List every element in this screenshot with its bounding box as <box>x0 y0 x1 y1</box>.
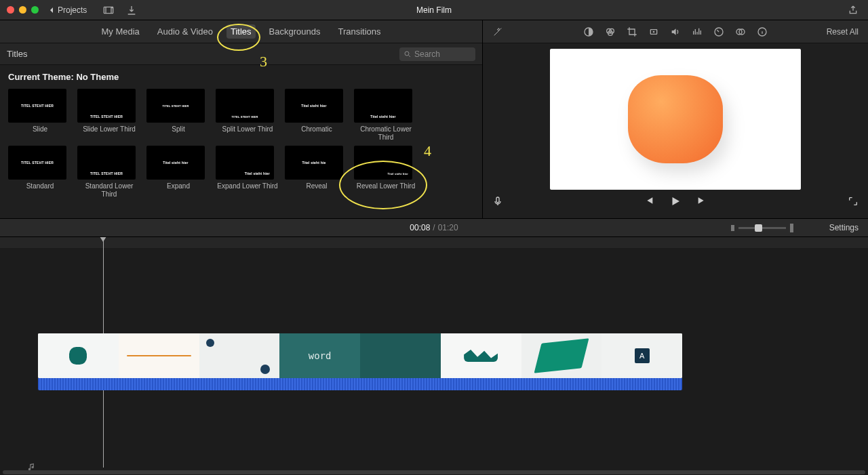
media-import-icon[interactable] <box>103 5 114 16</box>
svg-rect-13 <box>496 197 499 203</box>
clip-frame <box>38 333 119 378</box>
noise-reduction-icon[interactable] <box>692 26 703 37</box>
title-thumb[interactable]: TITEL STEHT HIERSlide <box>8 89 72 140</box>
current-theme-label: Current Theme: No Theme <box>0 65 482 83</box>
viewer-pane: Reset All <box>483 20 868 218</box>
title-thumb-label: Split Lower Third <box>216 125 279 140</box>
magic-wand-icon[interactable] <box>492 26 503 37</box>
title-thumb-label: Slide <box>8 125 72 140</box>
stabilize-icon[interactable] <box>648 26 659 37</box>
speed-icon[interactable] <box>713 26 724 37</box>
clip-frame <box>441 333 521 378</box>
clip-frame <box>601 333 682 378</box>
info-icon[interactable] <box>757 26 768 37</box>
total-time: 01:20 <box>438 223 458 232</box>
clip-frame <box>360 333 441 378</box>
video-clip[interactable]: word <box>38 333 682 378</box>
horizontal-scrollbar[interactable] <box>3 470 865 474</box>
title-thumb[interactable]: TITEL STEHT HIERSlide Lower Third <box>77 89 141 140</box>
title-thumb-label: Split <box>146 125 210 140</box>
clip-frame <box>199 333 280 378</box>
title-thumb[interactable]: Titel steht hieReveal <box>285 146 349 197</box>
title-thumb-label: Standard <box>8 182 72 197</box>
title-thumb-label: Expand Lower Third <box>216 182 279 197</box>
title-thumb[interactable]: Titel steht hierExpand Lower Third <box>216 146 279 197</box>
time-header: 00:08 / 01:20 Settings <box>0 218 868 237</box>
current-time: 00:08 <box>410 223 430 232</box>
clip-frame: word <box>279 333 360 378</box>
title-thumb[interactable]: Titel steht hierChromatic Lower Third <box>354 89 418 140</box>
title-thumb-preview: TITEL STEHT HIER <box>77 89 136 123</box>
timeline[interactable]: word <box>0 237 868 474</box>
annotation-number: 4 <box>424 142 431 160</box>
title-thumb[interactable]: Titel steht hierChromatic <box>285 89 349 140</box>
time-separator: / <box>433 223 435 232</box>
title-thumb-label: Chromatic <box>285 125 349 140</box>
title-thumb-preview: TITEL STEHT HIER <box>216 89 274 123</box>
annotation-circle <box>339 161 427 209</box>
zoom-slider[interactable] <box>731 224 793 232</box>
title-thumb-label: Expand <box>146 182 210 197</box>
preview-viewport <box>550 49 801 190</box>
clip-frame <box>119 333 199 378</box>
back-to-projects-button[interactable]: Projects <box>48 5 87 15</box>
volume-icon[interactable] <box>670 26 681 37</box>
crop-icon[interactable] <box>627 26 637 37</box>
audio-waveform[interactable] <box>38 378 682 390</box>
share-icon[interactable] <box>848 5 859 16</box>
title-thumb[interactable]: TITEL STEHT HIERStandard <box>8 146 72 197</box>
title-thumb[interactable]: TITEL STEHT HIERSplit Lower Third <box>216 89 279 140</box>
title-thumb-preview: Titel steht hier <box>285 89 343 123</box>
title-thumb-preview: Titel steht hier <box>146 146 205 180</box>
tab-transitions[interactable]: Transitions <box>334 24 384 39</box>
search-icon <box>403 50 412 58</box>
window-title: Mein Film <box>416 5 452 15</box>
annotation-circle <box>217 24 260 51</box>
fullscreen-icon[interactable] <box>848 196 859 207</box>
back-label: Projects <box>58 5 87 15</box>
title-thumb[interactable]: Titel steht hierExpand <box>146 146 210 197</box>
svg-point-1 <box>111 6 113 8</box>
minimize-window-button[interactable] <box>19 6 26 14</box>
voiceover-icon[interactable] <box>492 196 503 207</box>
reset-all-button[interactable]: Reset All <box>827 27 859 37</box>
play-button[interactable] <box>669 195 682 207</box>
title-thumb-preview: TITEL STEHT HIER <box>146 89 205 123</box>
title-thumb-label: Standard Lower Third <box>77 182 141 197</box>
clip-frame <box>521 333 602 378</box>
preview-content <box>628 75 723 163</box>
title-thumb-preview: TITEL STEHT HIER <box>8 89 66 123</box>
tab-audio-video[interactable]: Audio & Video <box>153 24 217 39</box>
title-thumb-preview: TITEL STEHT HIER <box>8 146 66 180</box>
timeline-ruler[interactable] <box>0 237 868 248</box>
title-thumb-preview: Titel steht hie <box>285 146 343 180</box>
svg-point-2 <box>405 51 409 56</box>
tab-my-media[interactable]: My Media <box>97 24 143 39</box>
fullscreen-window-button[interactable] <box>31 6 39 14</box>
titlebar: Projects Mein Film <box>0 0 868 20</box>
color-balance-icon[interactable] <box>583 26 594 37</box>
title-thumb-label: Chromatic Lower Third <box>354 125 418 140</box>
next-button[interactable] <box>696 195 707 206</box>
title-thumb-preview: Titel steht hier <box>216 146 274 180</box>
title-thumb-preview: TITEL STEHT HIER <box>77 146 136 180</box>
title-thumb[interactable]: TITEL STEHT HIERSplit <box>146 89 210 140</box>
prev-button[interactable] <box>644 195 654 206</box>
settings-button[interactable]: Settings <box>829 223 859 232</box>
window-controls <box>7 6 39 14</box>
chevron-left-icon <box>48 7 55 14</box>
download-icon[interactable] <box>126 5 137 16</box>
annotation-number: 3 <box>260 53 267 70</box>
title-thumb-preview: Titel steht hier <box>354 89 412 123</box>
svg-point-8 <box>653 30 655 33</box>
title-thumb-label: Slide Lower Third <box>77 125 141 140</box>
panel-title: Titles <box>7 49 28 59</box>
filter-icon[interactable] <box>735 26 746 37</box>
title-thumb[interactable]: TITEL STEHT HIERStandard Lower Third <box>77 146 141 197</box>
color-correction-icon[interactable] <box>605 26 616 37</box>
close-window-button[interactable] <box>7 6 14 14</box>
tab-backgrounds[interactable]: Backgrounds <box>265 24 325 39</box>
